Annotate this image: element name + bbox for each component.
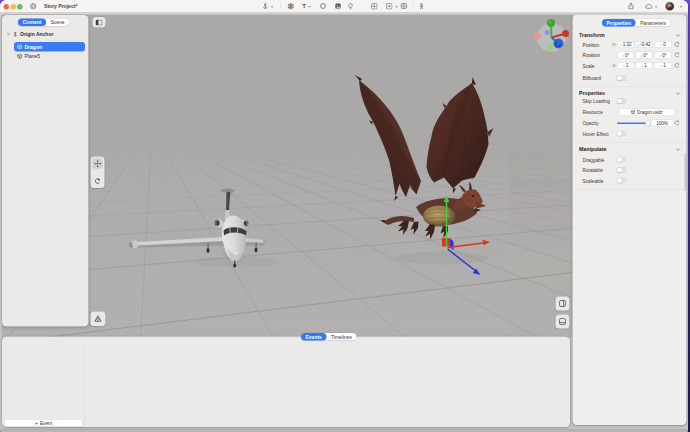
events-panel: Events Timelines + Event [2,337,570,428]
add-text-button[interactable]: T [301,0,307,12]
toolbar-separator [280,3,281,10]
toggle-sidebar-button[interactable] [93,17,106,28]
avatar-image [665,1,675,11]
collapse-manipulate-chevron[interactable] [675,147,681,153]
plus-frame-icon [386,3,393,10]
sidebar-icon [96,19,103,25]
opacity-slider-knob[interactable] [646,121,651,126]
draggable-toggle[interactable] [617,157,627,163]
axis-x-positive[interactable] [562,30,569,37]
scrollbar-thumb[interactable] [685,153,687,191]
rotation-x-field[interactable]: x0° [618,52,634,58]
share-icon [628,3,634,10]
collapse-transform-chevron[interactable] [675,33,681,39]
window-title: Story Project* [44,3,77,9]
position-z-field[interactable]: z0 [655,42,672,48]
scale-x-field[interactable]: x1 [618,63,634,69]
lightbulb-icon [348,3,354,10]
scale-lock-icon[interactable]: ⊘ [612,63,616,68]
reset-opacity-button[interactable] [674,120,680,126]
scaleable-toggle[interactable] [617,178,627,184]
minimize-window-button[interactable] [10,4,16,10]
section-separator [573,143,687,144]
cloud-sync-chevron[interactable]: ▾ [654,0,658,12]
toggle-knob [617,75,622,80]
cloud-sync-button[interactable] [644,0,653,12]
add-light-button[interactable] [347,0,355,12]
rotate-tool-button[interactable] [92,176,103,187]
tab-content[interactable]: Content [18,19,46,27]
add-text-chevron[interactable]: ▾ [308,0,312,12]
billboard-toggle[interactable] [617,75,627,81]
hover-effect-toggle[interactable] [617,131,627,137]
reset-scale-button[interactable] [674,63,680,69]
rotatable-toggle[interactable] [617,167,627,173]
opacity-value-field[interactable]: 100% [651,120,673,126]
add-shape-button[interactable] [319,0,327,12]
toggle-right-panel-button[interactable] [556,297,570,311]
rotation-z-field[interactable]: z0° [655,52,672,58]
add-primitive-button[interactable] [287,0,295,12]
axis-y-negative[interactable] [547,44,554,51]
tree-item-dragon[interactable]: Dragon [17,43,42,51]
tab-timelines[interactable]: Timelines [326,333,356,341]
collapse-properties-chevron[interactable] [675,91,681,97]
app-window: Story Project* ▾ T ▾ ▾ [0,0,688,432]
add-anchor-chevron[interactable]: ▾ [270,0,274,12]
content-panel: Content Scene Origin Anchor Dragon [2,15,89,327]
events-list-divider [85,344,86,428]
close-window-button[interactable] [4,4,10,10]
toggle-bottom-panel-button[interactable] [556,315,570,329]
tab-events[interactable]: Events [301,333,326,341]
layout-split-button[interactable] [400,0,408,12]
resource-value: Dragon.usdz [637,110,663,115]
share-button[interactable] [627,0,635,12]
split-layout-icon [400,3,407,9]
opacity-slider[interactable] [617,123,648,125]
anchor-icon [262,3,269,10]
disclosure-chevron-icon[interactable] [7,32,11,36]
content-area: Content Scene Origin Anchor Dragon [0,12,688,432]
resource-button[interactable]: Dragon.usdz [619,109,675,115]
position-x-field[interactable]: x1.32 [618,42,634,48]
skip-loading-toggle[interactable] [617,98,627,104]
zoom-window-button[interactable] [17,4,23,10]
scale-label: Scale [583,63,595,69]
move-arrows-icon [94,160,102,168]
presenter-button[interactable] [418,0,426,12]
account-avatar[interactable] [664,0,675,12]
resource-label: Resource [583,110,603,116]
tab-parameters[interactable]: Parameters [636,19,671,27]
primitive-shape-icon [287,3,294,10]
axis-x-negative[interactable] [534,33,541,40]
reset-position-button[interactable] [674,42,680,48]
tree-item-plane5[interactable]: Plane5 [17,53,40,61]
section-title-transform: Transform [579,32,605,38]
ar-preview-button[interactable] [91,312,106,327]
add-anchor-button[interactable] [261,0,269,12]
section-separator [573,190,687,191]
toolbar-separator [413,3,414,10]
add-media-button[interactable] [334,0,342,12]
tab-scene[interactable]: Scene [46,19,69,27]
tree-item-origin-anchor[interactable]: Origin Anchor [7,31,54,38]
add-camera-button[interactable] [385,0,393,12]
skip-loading-label: Skip Loading [583,99,610,105]
tab-properties[interactable]: Properties [602,19,636,27]
scene-settings-button[interactable] [370,0,378,12]
position-y-field[interactable]: y-0.42 [636,42,653,48]
axis-z-negative[interactable] [545,30,550,35]
scale-z-field[interactable]: z1 [655,63,672,69]
hover-effect-label: Hover Effect [583,131,609,137]
section-title-properties: Properties [579,90,605,96]
rotation-y-field[interactable]: y0° [636,52,653,58]
move-tool-button[interactable] [92,158,103,169]
panel-bottom-icon [559,318,566,325]
cube-icon [17,54,23,60]
account-chevron[interactable]: ▾ [679,0,683,12]
reset-rotation-button[interactable] [674,52,680,58]
rotatable-label: Rotatable [583,168,603,174]
add-event-button[interactable]: + Event [5,420,83,427]
add-camera-chevron[interactable]: ▾ [395,0,399,12]
scale-y-field[interactable]: y1 [636,63,653,69]
